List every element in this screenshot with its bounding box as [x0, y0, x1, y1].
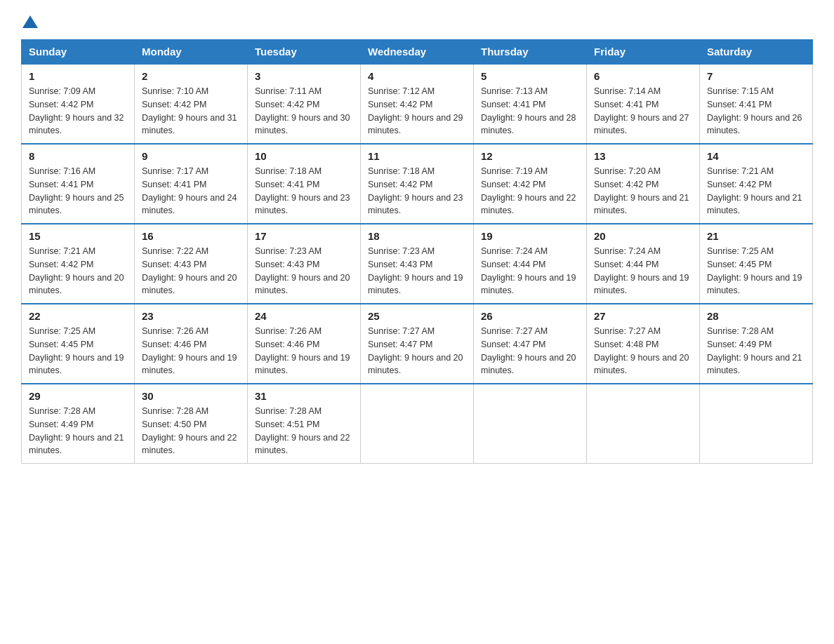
- day-number: 6: [594, 70, 692, 82]
- calendar-cell: 22Sunrise: 7:25 AMSunset: 4:45 PMDayligh…: [22, 304, 135, 384]
- calendar-cell: 20Sunrise: 7:24 AMSunset: 4:44 PMDayligh…: [587, 224, 700, 304]
- calendar-cell: 15Sunrise: 7:21 AMSunset: 4:42 PMDayligh…: [22, 224, 135, 304]
- day-info: Sunrise: 7:16 AMSunset: 4:41 PMDaylight:…: [29, 165, 127, 217]
- day-info: Sunrise: 7:28 AMSunset: 4:50 PMDaylight:…: [142, 405, 240, 457]
- day-number: 18: [368, 230, 466, 242]
- day-number: 4: [368, 70, 466, 82]
- day-info: Sunrise: 7:28 AMSunset: 4:49 PMDaylight:…: [707, 325, 805, 377]
- calendar-cell: 13Sunrise: 7:20 AMSunset: 4:42 PMDayligh…: [587, 144, 700, 224]
- day-info: Sunrise: 7:12 AMSunset: 4:42 PMDaylight:…: [368, 85, 466, 137]
- calendar-cell: 10Sunrise: 7:18 AMSunset: 4:41 PMDayligh…: [248, 144, 361, 224]
- calendar-cell: 24Sunrise: 7:26 AMSunset: 4:46 PMDayligh…: [248, 304, 361, 384]
- calendar-header-saturday: Saturday: [700, 40, 813, 65]
- day-number: 9: [142, 150, 240, 162]
- day-number: 29: [29, 390, 127, 402]
- calendar-cell: 27Sunrise: 7:27 AMSunset: 4:48 PMDayligh…: [587, 304, 700, 384]
- calendar-cell: 1Sunrise: 7:09 AMSunset: 4:42 PMDaylight…: [22, 64, 135, 144]
- calendar-header-row: SundayMondayTuesdayWednesdayThursdayFrid…: [22, 40, 813, 65]
- calendar-cell: 5Sunrise: 7:13 AMSunset: 4:41 PMDaylight…: [474, 64, 587, 144]
- day-info: Sunrise: 7:15 AMSunset: 4:41 PMDaylight:…: [707, 85, 805, 137]
- day-number: 13: [594, 150, 692, 162]
- day-info: Sunrise: 7:09 AMSunset: 4:42 PMDaylight:…: [29, 85, 127, 137]
- calendar-cell: 3Sunrise: 7:11 AMSunset: 4:42 PMDaylight…: [248, 64, 361, 144]
- calendar-cell: [474, 384, 587, 464]
- calendar-cell: 21Sunrise: 7:25 AMSunset: 4:45 PMDayligh…: [700, 224, 813, 304]
- calendar-week-row: 8Sunrise: 7:16 AMSunset: 4:41 PMDaylight…: [22, 144, 813, 224]
- day-info: Sunrise: 7:24 AMSunset: 4:44 PMDaylight:…: [594, 245, 692, 297]
- calendar-week-row: 29Sunrise: 7:28 AMSunset: 4:49 PMDayligh…: [22, 384, 813, 464]
- day-info: Sunrise: 7:25 AMSunset: 4:45 PMDaylight:…: [29, 325, 127, 377]
- day-number: 24: [255, 310, 353, 322]
- day-info: Sunrise: 7:11 AMSunset: 4:42 PMDaylight:…: [255, 85, 353, 137]
- calendar-cell: 2Sunrise: 7:10 AMSunset: 4:42 PMDaylight…: [135, 64, 248, 144]
- day-info: Sunrise: 7:20 AMSunset: 4:42 PMDaylight:…: [594, 165, 692, 217]
- day-info: Sunrise: 7:19 AMSunset: 4:42 PMDaylight:…: [481, 165, 579, 217]
- day-number: 3: [255, 70, 353, 82]
- calendar-week-row: 15Sunrise: 7:21 AMSunset: 4:42 PMDayligh…: [22, 224, 813, 304]
- calendar-header-friday: Friday: [587, 40, 700, 65]
- day-number: 7: [707, 70, 805, 82]
- calendar-header-wednesday: Wednesday: [361, 40, 474, 65]
- day-info: Sunrise: 7:24 AMSunset: 4:44 PMDaylight:…: [481, 245, 579, 297]
- day-info: Sunrise: 7:23 AMSunset: 4:43 PMDaylight:…: [255, 245, 353, 297]
- calendar-header-tuesday: Tuesday: [248, 40, 361, 65]
- calendar-cell: 8Sunrise: 7:16 AMSunset: 4:41 PMDaylight…: [22, 144, 135, 224]
- calendar-cell: 16Sunrise: 7:22 AMSunset: 4:43 PMDayligh…: [135, 224, 248, 304]
- day-info: Sunrise: 7:26 AMSunset: 4:46 PMDaylight:…: [142, 325, 240, 377]
- day-number: 2: [142, 70, 240, 82]
- day-number: 21: [707, 230, 805, 242]
- day-info: Sunrise: 7:26 AMSunset: 4:46 PMDaylight:…: [255, 325, 353, 377]
- day-number: 16: [142, 230, 240, 242]
- day-info: Sunrise: 7:10 AMSunset: 4:42 PMDaylight:…: [142, 85, 240, 137]
- day-info: Sunrise: 7:28 AMSunset: 4:51 PMDaylight:…: [255, 405, 353, 457]
- calendar-week-row: 1Sunrise: 7:09 AMSunset: 4:42 PMDaylight…: [22, 64, 813, 144]
- logo-triangle-icon: [22, 14, 38, 29]
- calendar-cell: 28Sunrise: 7:28 AMSunset: 4:49 PMDayligh…: [700, 304, 813, 384]
- day-number: 23: [142, 310, 240, 322]
- calendar-cell: 19Sunrise: 7:24 AMSunset: 4:44 PMDayligh…: [474, 224, 587, 304]
- calendar-cell: 26Sunrise: 7:27 AMSunset: 4:47 PMDayligh…: [474, 304, 587, 384]
- day-info: Sunrise: 7:13 AMSunset: 4:41 PMDaylight:…: [481, 85, 579, 137]
- day-info: Sunrise: 7:21 AMSunset: 4:42 PMDaylight:…: [29, 245, 127, 297]
- day-number: 11: [368, 150, 466, 162]
- calendar-week-row: 22Sunrise: 7:25 AMSunset: 4:45 PMDayligh…: [22, 304, 813, 384]
- calendar-cell: 25Sunrise: 7:27 AMSunset: 4:47 PMDayligh…: [361, 304, 474, 384]
- day-number: 28: [707, 310, 805, 322]
- calendar-cell: 7Sunrise: 7:15 AMSunset: 4:41 PMDaylight…: [700, 64, 813, 144]
- day-info: Sunrise: 7:28 AMSunset: 4:49 PMDaylight:…: [29, 405, 127, 457]
- day-info: Sunrise: 7:18 AMSunset: 4:41 PMDaylight:…: [255, 165, 353, 217]
- day-number: 5: [481, 70, 579, 82]
- day-info: Sunrise: 7:21 AMSunset: 4:42 PMDaylight:…: [707, 165, 805, 217]
- day-number: 26: [481, 310, 579, 322]
- day-number: 8: [29, 150, 127, 162]
- calendar-header-monday: Monday: [135, 40, 248, 65]
- day-number: 22: [29, 310, 127, 322]
- day-number: 27: [594, 310, 692, 322]
- calendar-cell: 12Sunrise: 7:19 AMSunset: 4:42 PMDayligh…: [474, 144, 587, 224]
- day-number: 12: [481, 150, 579, 162]
- day-number: 31: [255, 390, 353, 402]
- day-info: Sunrise: 7:17 AMSunset: 4:41 PMDaylight:…: [142, 165, 240, 217]
- day-number: 30: [142, 390, 240, 402]
- calendar-cell: 31Sunrise: 7:28 AMSunset: 4:51 PMDayligh…: [248, 384, 361, 464]
- calendar-header-thursday: Thursday: [474, 40, 587, 65]
- calendar-cell: [361, 384, 474, 464]
- day-number: 10: [255, 150, 353, 162]
- calendar-cell: [587, 384, 700, 464]
- calendar-table: SundayMondayTuesdayWednesdayThursdayFrid…: [21, 39, 813, 464]
- day-info: Sunrise: 7:23 AMSunset: 4:43 PMDaylight:…: [368, 245, 466, 297]
- calendar-cell: 9Sunrise: 7:17 AMSunset: 4:41 PMDaylight…: [135, 144, 248, 224]
- page-header: [21, 14, 813, 27]
- day-number: 14: [707, 150, 805, 162]
- calendar-cell: 23Sunrise: 7:26 AMSunset: 4:46 PMDayligh…: [135, 304, 248, 384]
- day-info: Sunrise: 7:18 AMSunset: 4:42 PMDaylight:…: [368, 165, 466, 217]
- day-number: 15: [29, 230, 127, 242]
- calendar-cell: 30Sunrise: 7:28 AMSunset: 4:50 PMDayligh…: [135, 384, 248, 464]
- calendar-cell: 11Sunrise: 7:18 AMSunset: 4:42 PMDayligh…: [361, 144, 474, 224]
- calendar-header-sunday: Sunday: [22, 40, 135, 65]
- day-number: 17: [255, 230, 353, 242]
- logo: [21, 14, 38, 27]
- day-number: 20: [594, 230, 692, 242]
- day-info: Sunrise: 7:22 AMSunset: 4:43 PMDaylight:…: [142, 245, 240, 297]
- day-info: Sunrise: 7:27 AMSunset: 4:47 PMDaylight:…: [481, 325, 579, 377]
